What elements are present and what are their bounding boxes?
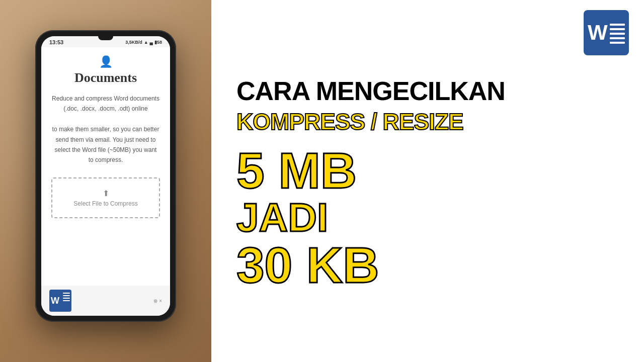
- phone-avatar: 👤: [51, 55, 160, 68]
- wifi-icon: ▄: [150, 40, 153, 45]
- word-lines-small: [63, 293, 70, 301]
- word-letter-small: W: [51, 296, 59, 306]
- upload-icon: ⬆: [60, 189, 151, 198]
- word-letter-large: W: [588, 22, 608, 43]
- word-big-line-3: [610, 33, 625, 35]
- person-icon: 👤: [99, 55, 113, 68]
- word-line-1: [63, 293, 70, 294]
- battery-icon: ▮58: [154, 40, 162, 45]
- phone-bottom-ad: W ⊗ ×: [41, 286, 170, 316]
- word-big-line-4: [610, 37, 625, 39]
- jadi-label: JADI: [236, 198, 624, 238]
- word-line-4: [63, 300, 70, 301]
- right-content-section: W CARA MENGECILKAN KOMPRESS / RESIZE 5 M…: [211, 0, 644, 362]
- network-indicator: 3,5KB/d: [125, 40, 142, 45]
- heading-kompress-resize: KOMPRESS / RESIZE: [236, 108, 624, 135]
- phone-content: 👤 Documents Reduce and compress Word doc…: [41, 47, 170, 286]
- status-icons: 3,5KB/d ▲ ▄ ▮58: [125, 40, 162, 45]
- word-big-line-5: [610, 42, 625, 44]
- upload-label: Select File to Compress: [60, 200, 151, 207]
- word-line-2: [63, 295, 70, 296]
- word-logo-small: W: [49, 290, 71, 312]
- file-upload-area[interactable]: ⬆ Select File to Compress: [51, 177, 160, 218]
- size-from-label: 5 MB: [236, 145, 624, 196]
- phone-app-title: Documents: [51, 70, 160, 85]
- heading-cara-mengecilkan: CARA MENGECILKAN: [236, 77, 624, 106]
- size-to-label: 30 KB: [236, 240, 624, 290]
- signal-icon: ▲: [144, 40, 148, 45]
- phone-mockup-section: 13:53 3,5KB/d ▲ ▄ ▮58 👤 Documents Reduce…: [0, 0, 211, 362]
- word-line-3: [63, 298, 70, 299]
- phone-frame: 13:53 3,5KB/d ▲ ▄ ▮58 👤 Documents Reduce…: [35, 30, 176, 322]
- phone-notch: [98, 36, 113, 40]
- ad-close-button[interactable]: ⊗ ×: [153, 298, 162, 304]
- word-lines-large: [610, 24, 625, 44]
- word-big-line-1: [610, 24, 625, 26]
- word-logo-large: W: [584, 10, 629, 55]
- status-time: 13:53: [49, 39, 63, 45]
- phone-screen: 13:53 3,5KB/d ▲ ▄ ▮58 👤 Documents Reduce…: [41, 36, 170, 316]
- phone-description-text: Reduce and compress Word documents (.doc…: [51, 94, 160, 165]
- word-big-line-2: [610, 28, 625, 30]
